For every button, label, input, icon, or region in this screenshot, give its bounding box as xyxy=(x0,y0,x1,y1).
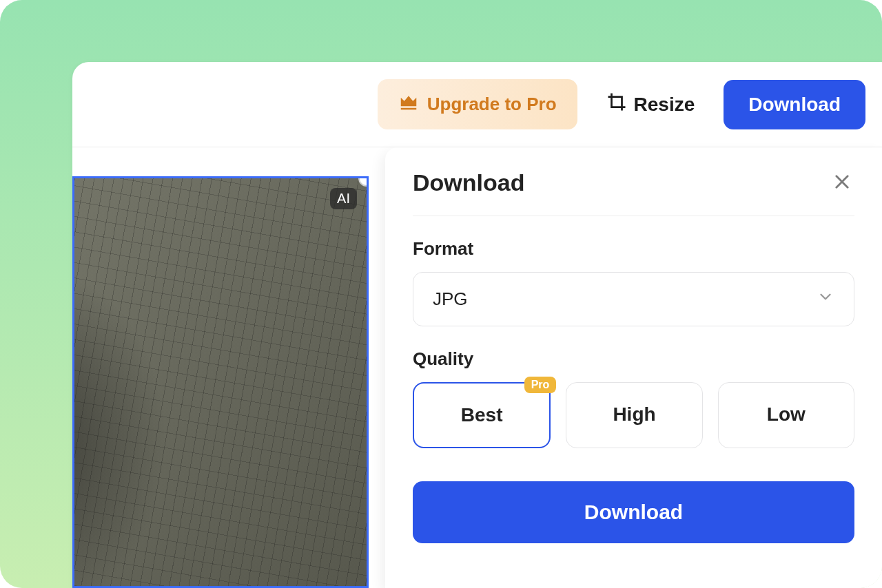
canvas-area: AI Download Format JPG xyxy=(72,147,882,588)
format-value: JPG xyxy=(433,288,468,310)
crop-icon xyxy=(606,92,627,117)
quality-option-best-label: Best xyxy=(461,404,503,426)
quality-section-label: Quality xyxy=(413,348,854,370)
download-main-label: Download xyxy=(584,501,683,523)
toolbar: Upgrade to Pro Resize Download xyxy=(72,62,882,147)
quality-option-low-label: Low xyxy=(767,403,806,425)
quality-options-row: Best Pro High Low xyxy=(413,382,854,448)
resize-button[interactable]: Resize xyxy=(594,83,708,125)
resize-label: Resize xyxy=(634,94,695,116)
download-panel: Download Format JPG Quality xyxy=(385,147,882,588)
pro-badge: Pro xyxy=(524,377,557,393)
panel-title: Download xyxy=(413,169,524,196)
download-button-main[interactable]: Download xyxy=(413,481,854,543)
image-selection-frame[interactable]: AI xyxy=(72,176,369,588)
download-button-toolbar[interactable]: Download xyxy=(724,80,865,129)
format-section-label: Format xyxy=(413,238,854,260)
quality-option-best[interactable]: Best Pro xyxy=(413,382,551,448)
ai-badge: AI xyxy=(330,188,357,209)
quality-option-low[interactable]: Low xyxy=(718,382,854,448)
chevron-down-icon xyxy=(817,288,834,311)
close-button[interactable] xyxy=(830,169,854,196)
app-window: Upgrade to Pro Resize Download AI Downlo… xyxy=(72,62,882,588)
panel-header: Download xyxy=(413,169,854,216)
image-preview xyxy=(74,178,367,586)
upgrade-to-pro-label: Upgrade to Pro xyxy=(427,94,557,115)
download-toolbar-label: Download xyxy=(748,94,841,115)
upgrade-to-pro-button[interactable]: Upgrade to Pro xyxy=(378,79,577,129)
format-select[interactable]: JPG xyxy=(413,272,854,326)
crown-icon xyxy=(398,92,419,117)
background-container: Upgrade to Pro Resize Download AI Downlo… xyxy=(0,0,882,588)
quality-option-high-label: High xyxy=(613,403,655,425)
quality-option-high[interactable]: High xyxy=(566,382,702,448)
close-icon xyxy=(832,183,852,193)
